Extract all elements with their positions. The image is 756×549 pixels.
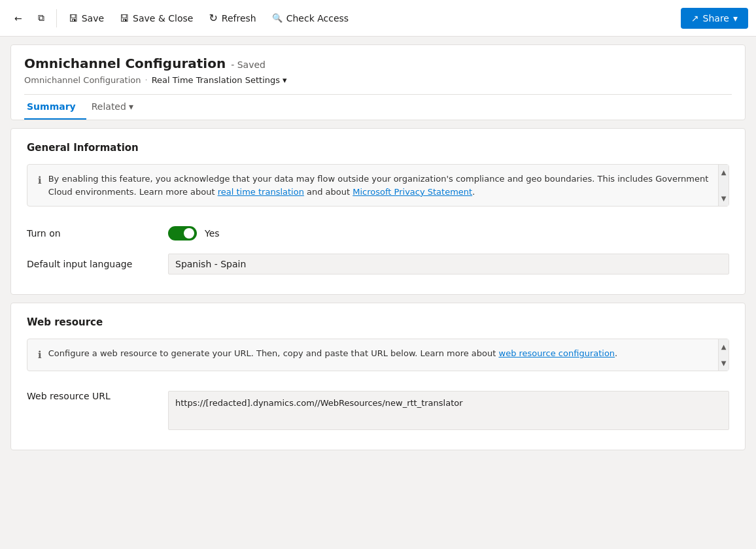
share-button[interactable]: ↗ Share ▾: [681, 8, 748, 29]
new-window-button[interactable]: ⧉: [31, 8, 51, 27]
breadcrumb-separator: ·: [145, 75, 147, 85]
back-button[interactable]: ←: [8, 9, 29, 27]
general-info-banner: ℹ By enabling this feature, you acknowle…: [27, 164, 729, 207]
breadcrumb-parent[interactable]: Omnichannel Configuration: [24, 75, 141, 85]
web-resource-scroll-up[interactable]: ▲: [721, 342, 727, 352]
web-resource-url-label: Web resource URL: [27, 391, 158, 401]
toggle-track: [168, 226, 197, 241]
default-language-label: Default input language: [27, 259, 158, 269]
refresh-icon: ↻: [209, 12, 217, 24]
header-title-row: Omnichannel Configuration - Saved: [24, 56, 732, 71]
share-icon: ↗: [691, 13, 699, 24]
main-content: Omnichannel Configuration - Saved Omnich…: [0, 37, 756, 458]
web-resource-info-banner: ℹ Configure a web resource to generate y…: [27, 339, 729, 371]
general-info-title: General Information: [27, 142, 729, 154]
toolbar: ← ⧉ 🖫 Save 🖫 Save & Close ↻ Refresh 🔍 Ch…: [0, 0, 756, 37]
web-resource-url-value[interactable]: https://[redacted].dynamics.com//WebReso…: [168, 391, 729, 430]
privacy-statement-link[interactable]: Microsoft Privacy Statement: [352, 187, 472, 197]
general-information-card: General Information ℹ By enabling this f…: [10, 128, 746, 295]
web-resource-url-row: Web resource URL https://[redacted].dyna…: [27, 384, 729, 437]
toggle-row: Yes: [168, 226, 220, 241]
breadcrumb-chevron-icon: ▾: [283, 75, 287, 85]
related-chevron-icon: ▾: [129, 101, 133, 112]
save-close-button[interactable]: 🖫 Save & Close: [113, 9, 199, 27]
share-chevron-icon: ▾: [733, 13, 738, 24]
real-time-translation-link[interactable]: real time translation: [218, 187, 304, 197]
tab-summary[interactable]: Summary: [24, 95, 86, 120]
page-title: Omnichannel Configuration: [24, 56, 226, 71]
save-button[interactable]: 🖫 Save: [62, 9, 111, 27]
turn-on-row: Turn on Yes: [27, 220, 729, 247]
scroll-down-arrow[interactable]: ▼: [721, 193, 727, 203]
toggle-value-label: Yes: [205, 228, 220, 239]
turn-on-toggle[interactable]: [168, 226, 197, 241]
tab-related[interactable]: Related ▾: [89, 95, 144, 120]
check-access-button[interactable]: 🔍 Check Access: [266, 9, 355, 27]
breadcrumb-current[interactable]: Real Time Translation Settings ▾: [152, 75, 287, 85]
tabs: Summary Related ▾: [24, 94, 732, 120]
save-close-icon: 🖫: [120, 13, 129, 24]
default-language-row: Default input language Spanish - Spain: [27, 247, 729, 281]
save-icon: 🖫: [69, 13, 78, 24]
web-resource-info-icon: ℹ: [38, 348, 42, 363]
toggle-thumb: [184, 228, 194, 239]
refresh-button[interactable]: ↻ Refresh: [202, 8, 262, 28]
scroll-up-arrow[interactable]: ▲: [721, 167, 727, 177]
check-access-icon: 🔍: [272, 13, 283, 23]
web-resource-info-text: Configure a web resource to generate you…: [48, 347, 618, 360]
web-resource-title: Web resource: [27, 316, 729, 328]
header-card: Omnichannel Configuration - Saved Omnich…: [10, 44, 746, 120]
toolbar-divider-1: [56, 9, 57, 27]
breadcrumb: Omnichannel Configuration · Real Time Tr…: [24, 75, 732, 85]
turn-on-label: Turn on: [27, 228, 158, 239]
web-resource-card: Web resource ℹ Configure a web resource …: [10, 303, 746, 450]
banner-scrollbar: ▲ ▼: [718, 165, 729, 206]
new-window-icon: ⧉: [38, 12, 44, 24]
web-resource-scroll-down[interactable]: ▼: [721, 358, 727, 368]
web-resource-config-link[interactable]: web resource configuration: [499, 348, 615, 358]
info-banner-text: By enabling this feature, you acknowledg…: [48, 173, 718, 198]
info-icon: ℹ: [38, 173, 42, 188]
back-icon: ←: [14, 13, 22, 24]
saved-status: - Saved: [231, 59, 266, 70]
web-resource-banner-scrollbar: ▲ ▼: [718, 339, 729, 371]
default-language-value[interactable]: Spanish - Spain: [168, 254, 729, 274]
